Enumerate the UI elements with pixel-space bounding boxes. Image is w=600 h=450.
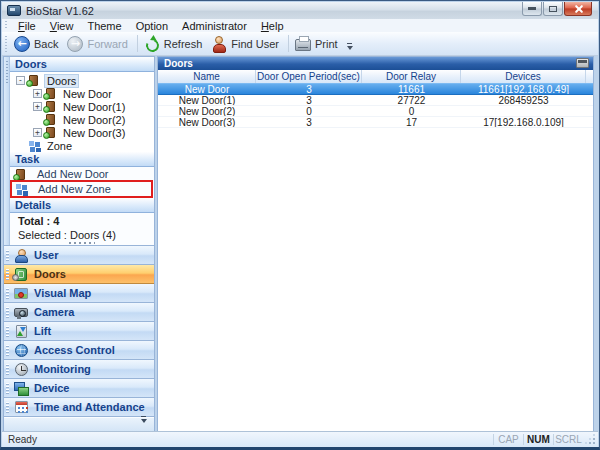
nav-item-grip [6, 402, 9, 413]
menu-item-file[interactable]: File [11, 20, 43, 32]
forward-label: Forward [87, 38, 127, 50]
close-button[interactable] [564, 2, 592, 16]
back-icon [14, 36, 30, 52]
column-header-door-open-period-sec-[interactable]: Door Open Period(sec) [256, 70, 362, 83]
table-cell: 11661 [362, 84, 461, 94]
refresh-icon [144, 36, 160, 52]
nav-filler [4, 418, 154, 431]
tree-expander[interactable]: + [33, 89, 42, 98]
doors-section-header: Doors [10, 57, 154, 72]
nav-item-grip [6, 326, 9, 337]
toolbar: BackForwardRefreshFind UserPrint [2, 32, 598, 56]
nav-icon-box [13, 363, 29, 376]
tree-expander[interactable]: + [33, 128, 42, 137]
table-row-0[interactable]: New Door31166111661[192.168.0.49] [158, 83, 593, 95]
find-user-button[interactable]: Find User [208, 34, 285, 54]
panel-options-icon[interactable] [576, 58, 589, 68]
table-cell [461, 106, 586, 116]
menu-item-administrator[interactable]: Administrator [175, 20, 254, 32]
nav-overflow-icon[interactable] [140, 415, 149, 427]
nav-item-label: User [34, 249, 58, 261]
nav-icon-box [13, 344, 29, 357]
toolbar-overflow-icon[interactable] [346, 41, 355, 53]
table-cell: 268459253 [461, 95, 586, 105]
nav-item-grip [6, 288, 9, 299]
tree-expander[interactable]: - [16, 76, 25, 85]
tree-item-new-door-3-[interactable]: +New Door(3) [10, 126, 154, 139]
zone-icon [29, 140, 41, 152]
back-label: Back [34, 38, 58, 50]
find-user-label: Find User [231, 38, 279, 50]
access-control-icon [15, 344, 28, 357]
menu-item-option[interactable]: Option [129, 20, 175, 32]
device-icon [14, 382, 28, 395]
menu-item-help[interactable]: Help [254, 20, 291, 32]
door-icon [29, 75, 38, 86]
tree-item-new-door[interactable]: +New Door [10, 87, 154, 100]
column-header-door-relay[interactable]: Door Relay [362, 70, 461, 83]
table-cell: 0 [256, 106, 362, 116]
minimize-icon [528, 7, 536, 10]
app-window: BioStar V1.62 FileViewThemeOptionAdminis… [0, 0, 600, 450]
table-header: NameDoor Open Period(sec)Door RelayDevic… [158, 70, 593, 84]
table-cell: New Door(2) [158, 106, 256, 116]
toolbar-separator [288, 35, 289, 52]
minimize-button[interactable] [522, 2, 542, 16]
task-link-label: Add New Door [37, 168, 109, 180]
left-panel: Doors -Doors+New Door+New Door(1)+New Do… [3, 56, 155, 432]
door-icon [46, 127, 55, 138]
sidebar-item-user[interactable]: User [4, 246, 154, 265]
nav-item-grip [6, 250, 9, 261]
sidebar-item-access-control[interactable]: Access Control [4, 341, 154, 360]
column-header-name[interactable]: Name [158, 70, 256, 83]
table-row-3[interactable]: New Door(3)31717[192.168.0.109] [158, 117, 593, 128]
nav-icon-box [13, 308, 29, 317]
table-cell: 3 [256, 117, 362, 127]
back-button[interactable]: Back [11, 34, 64, 54]
tree-item-new-door-2-[interactable]: +New Door(2) [10, 113, 154, 126]
details-section-header: Details [10, 198, 154, 213]
close-icon [574, 4, 583, 13]
tree-item-zone[interactable]: +Zone [10, 139, 154, 152]
maximize-button[interactable] [543, 2, 563, 16]
forward-button[interactable]: Forward [64, 34, 133, 54]
sidebar-item-time-and-attendance[interactable]: Time and Attendance [4, 398, 154, 417]
table-cell: 11661[192.168.0.49] [461, 84, 586, 94]
print-label: Print [315, 38, 338, 50]
sidebar-item-camera[interactable]: Camera [4, 303, 154, 322]
sidebar-item-device[interactable]: Device [4, 379, 154, 398]
menu-item-view[interactable]: View [43, 20, 81, 32]
column-header-devices[interactable]: Devices [461, 70, 586, 83]
tree-expander[interactable]: + [33, 102, 42, 111]
table-cell: 17 [362, 117, 461, 127]
print-button[interactable]: Print [292, 34, 344, 53]
title-bar[interactable]: BioStar V1.62 [2, 2, 598, 19]
tree-item-label: New Door(3) [61, 127, 127, 139]
resize-grip[interactable] [585, 434, 598, 447]
task-link-label: Add New Zone [38, 183, 111, 195]
find-user-icon [211, 36, 227, 52]
nav-item-grip [6, 269, 9, 280]
tree-item-new-door-1-[interactable]: +New Door(1) [10, 100, 154, 113]
forward-icon [67, 36, 83, 52]
toolbar-grip[interactable] [5, 36, 7, 52]
refresh-button[interactable]: Refresh [141, 34, 209, 54]
sidebar-item-doors[interactable]: Doors [4, 265, 154, 284]
sidebar-item-visual-map[interactable]: Visual Map [4, 284, 154, 303]
add-new-zone-link[interactable]: Add New Zone [12, 182, 151, 196]
menu-item-theme[interactable]: Theme [80, 20, 128, 32]
tree-item-label: New Door(1) [61, 101, 127, 113]
table-row-2[interactable]: New Door(2)00 [158, 106, 593, 117]
sidebar-item-monitoring[interactable]: Monitoring [4, 360, 154, 379]
details-total: Total : 4 [18, 215, 59, 227]
nav-item-label: Camera [34, 306, 74, 318]
sidebar-item-lift[interactable]: Lift [4, 322, 154, 341]
tree-item-label: New Door [61, 88, 114, 100]
tree-item-doors[interactable]: -Doors [10, 74, 154, 87]
content-panel-title: Doors [164, 58, 193, 69]
nav-item-label: Device [34, 382, 69, 394]
table-row-1[interactable]: New Door(1)327722268459253 [158, 95, 593, 106]
add-new-door-link[interactable]: Add New Door [12, 167, 151, 181]
table-cell: New Door(1) [158, 95, 256, 105]
print-icon [295, 39, 311, 51]
